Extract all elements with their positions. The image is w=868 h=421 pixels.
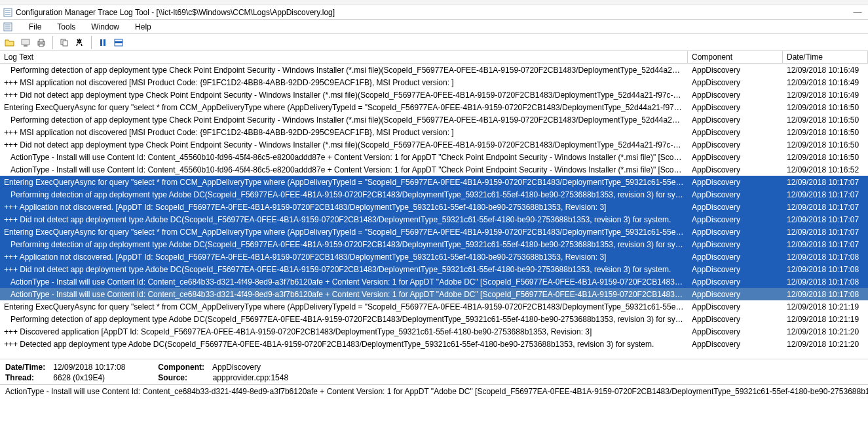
menu-window[interactable]: Window [88,21,122,33]
browser-tab-fragment [0,0,868,5]
system-menu-icon[interactable] [3,22,13,32]
log-datetime-cell: 12/09/2018 10:17:07 [783,214,868,225]
open-file-icon[interactable] [3,35,17,50]
log-datetime-cell: 12/09/2018 10:17:07 [783,239,868,250]
log-row[interactable]: +++ Application not discovered. [AppDT I… [0,201,868,213]
log-row[interactable]: Performing detection of app deployment t… [0,188,868,201]
log-text-cell: Entering ExecQueryAsync for query "selec… [0,302,688,312]
details-pane: Date/Time: 12/09/2018 10:17:08 Component… [0,359,868,384]
log-row[interactable]: +++ Did not detect app deployment type C… [0,138,868,151]
window-title: Configuration Manager Trace Log Tool - [… [16,8,335,17]
log-text-cell: +++ Did not detect app deployment type C… [0,90,688,100]
details-thread-label: Thread: [5,373,51,382]
log-component-cell: AppDiscovery [688,115,783,125]
log-text-cell: +++ Application not discovered. [AppDT I… [0,202,688,212]
log-component-cell: AppDiscovery [688,190,783,200]
log-datetime-cell: 12/09/2018 10:16:49 [783,77,868,88]
log-row[interactable]: Entering ExecQueryAsync for query "selec… [0,300,868,313]
log-row[interactable]: Entering ExecQueryAsync for query "selec… [0,226,868,238]
log-text-cell: ActionType - Install will use Content Id… [0,165,688,175]
log-row[interactable]: ActionType - Install will use Content Id… [0,151,868,163]
log-datetime-cell: 12/09/2018 10:17:08 [783,252,868,262]
log-row[interactable]: +++ MSI application not discovered [MSI … [0,126,868,138]
log-datetime-cell: 12/09/2018 10:16:50 [783,102,868,113]
menu-tools[interactable]: Tools [54,21,78,33]
log-row[interactable]: ActionType - Install will use Content Id… [0,275,868,288]
log-component-cell: AppDiscovery [688,202,783,212]
log-datetime-cell: 12/09/2018 10:16:50 [783,115,868,125]
highlight-icon[interactable] [111,35,126,50]
log-row[interactable]: +++ MSI application not discovered [MSI … [0,76,868,89]
log-row[interactable]: +++ Discovered application [AppDT Id: Sc… [0,325,868,338]
log-component-cell: AppDiscovery [688,264,783,275]
log-text-cell: ActionType - Install will use Content Id… [0,277,688,287]
log-component-cell: AppDiscovery [688,90,783,100]
log-component-cell: AppDiscovery [688,102,783,113]
log-datetime-cell: 12/09/2018 10:17:07 [783,202,868,212]
print-icon[interactable] [34,35,48,50]
log-row[interactable]: Entering ExecQueryAsync for query "selec… [0,101,868,113]
log-component-cell: AppDiscovery [688,140,783,150]
statusbar: ActionType - Install will use Content Id… [0,384,868,398]
column-component[interactable]: Component [688,51,783,63]
log-component-cell: AppDiscovery [688,239,783,250]
log-text-cell: +++ Did not detect app deployment type A… [0,214,688,225]
log-component-cell: AppDiscovery [688,314,783,325]
pause-icon[interactable] [96,35,110,50]
svg-rect-17 [100,39,102,46]
svg-rect-8 [22,39,29,45]
log-row[interactable]: Performing detection of app deployment t… [0,64,868,76]
log-body[interactable]: Performing detection of app deployment t… [0,64,868,359]
log-text-cell: +++ Did not detect app deployment type A… [0,264,688,275]
log-text-cell: Entering ExecQueryAsync for query "selec… [0,102,688,113]
toolbar-separator [52,36,53,49]
find-icon[interactable] [73,35,87,50]
log-datetime-cell: 12/09/2018 10:16:52 [783,165,868,175]
log-row[interactable]: +++ Did not detect app deployment type A… [0,213,868,226]
log-text-cell: Entering ExecQueryAsync for query "selec… [0,177,688,188]
log-component-cell: AppDiscovery [688,339,783,350]
details-component-label: Component: [158,363,210,372]
log-row[interactable]: +++ Application not discovered. [AppDT I… [0,251,868,263]
log-component-cell: AppDiscovery [688,277,783,287]
log-row[interactable]: +++ Detected app deployment type Adobe D… [0,338,868,350]
toolbar [0,34,868,51]
svg-rect-11 [39,39,43,42]
log-component-cell: AppDiscovery [688,152,783,163]
log-text-cell: Performing detection of app deployment t… [0,190,688,200]
copy-icon[interactable] [57,35,71,50]
log-datetime-cell: 12/09/2018 10:17:07 [783,190,868,200]
log-row[interactable]: ActionType - Install will use Content Id… [0,163,868,176]
menu-file[interactable]: File [26,21,44,33]
log-row[interactable]: +++ Did not detect app deployment type A… [0,263,868,275]
log-row[interactable]: Performing detection of app deployment t… [0,113,868,126]
minimize-button[interactable]: — [850,7,865,18]
log-row[interactable]: ActionType - Install will use Content Id… [0,288,868,300]
log-datetime-cell: 12/09/2018 10:16:50 [783,140,868,150]
details-component-value: AppDiscovery [212,363,261,372]
menu-help[interactable]: Help [132,21,154,33]
log-datetime-cell: 12/09/2018 10:21:19 [783,302,868,312]
log-text-cell: +++ MSI application not discovered [MSI … [0,127,688,138]
column-datetime[interactable]: Date/Time [783,51,868,63]
svg-rect-18 [104,39,105,46]
log-text-cell: ActionType - Install will use Content Id… [0,289,688,300]
details-source-value: appprovider.cpp:1548 [213,373,288,382]
svg-rect-14 [63,41,67,46]
log-datetime-cell: 12/09/2018 10:16:49 [783,65,868,75]
log-datetime-cell: 12/09/2018 10:16:49 [783,90,868,100]
log-text-cell: +++ Application not discovered. [AppDT I… [0,252,688,262]
log-row[interactable]: +++ Did not detect app deployment type C… [0,89,868,101]
log-component-cell: AppDiscovery [688,165,783,175]
log-row[interactable]: Performing detection of app deployment t… [0,313,868,325]
log-component-cell: AppDiscovery [688,227,783,237]
svg-line-15 [77,44,77,46]
column-log-text[interactable]: Log Text [0,51,688,63]
svg-rect-9 [24,45,28,47]
log-row[interactable]: Performing detection of app deployment t… [0,238,868,251]
app-icon [3,7,13,18]
log-row[interactable]: Entering ExecQueryAsync for query "selec… [0,176,868,188]
log-datetime-cell: 12/09/2018 10:17:07 [783,177,868,188]
svg-rect-12 [39,44,43,47]
open-network-icon[interactable] [18,35,33,50]
